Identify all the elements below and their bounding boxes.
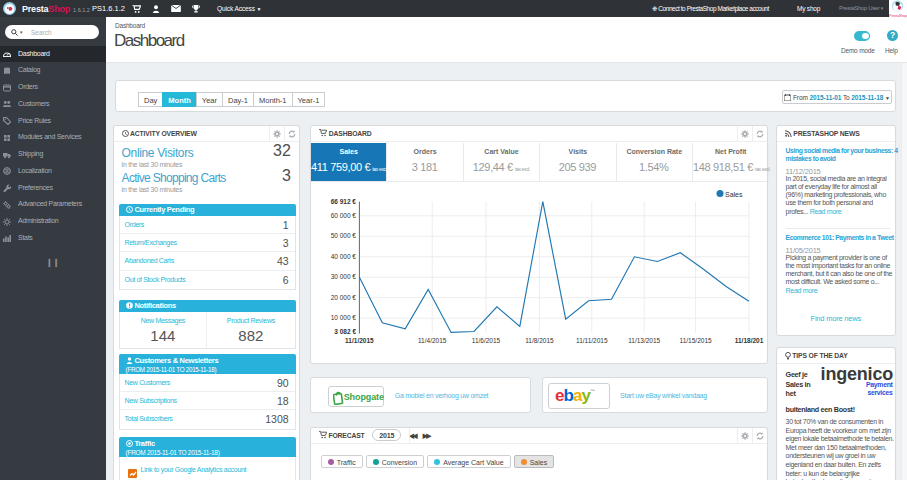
svg-text:10 000 €: 10 000 €: [331, 314, 357, 321]
svg-text:Sales: Sales: [725, 190, 743, 197]
svg-text:11/8/2015: 11/8/2015: [525, 337, 554, 344]
svg-text:11/13/2015: 11/13/2015: [628, 337, 660, 344]
svg-text:60 000 €: 60 000 €: [331, 211, 357, 218]
svg-text:11/4/2015: 11/4/2015: [418, 337, 447, 344]
svg-text:3 082 €: 3 082 €: [334, 328, 356, 335]
svg-text:11/15/2015: 11/15/2015: [680, 337, 712, 344]
svg-text:40 000 €: 40 000 €: [331, 252, 357, 259]
svg-text:11/11/2015: 11/11/2015: [576, 337, 608, 344]
svg-text:30 000 €: 30 000 €: [331, 273, 357, 280]
svg-text:50 000 €: 50 000 €: [331, 232, 357, 239]
svg-text:11/6/2015: 11/6/2015: [472, 337, 501, 344]
svg-text:11/18/201: 11/18/201: [735, 337, 764, 344]
svg-text:20 000 €: 20 000 €: [331, 293, 357, 300]
svg-text:11/1/2015: 11/1/2015: [345, 337, 374, 344]
svg-text:66 912 €: 66 912 €: [331, 197, 357, 204]
